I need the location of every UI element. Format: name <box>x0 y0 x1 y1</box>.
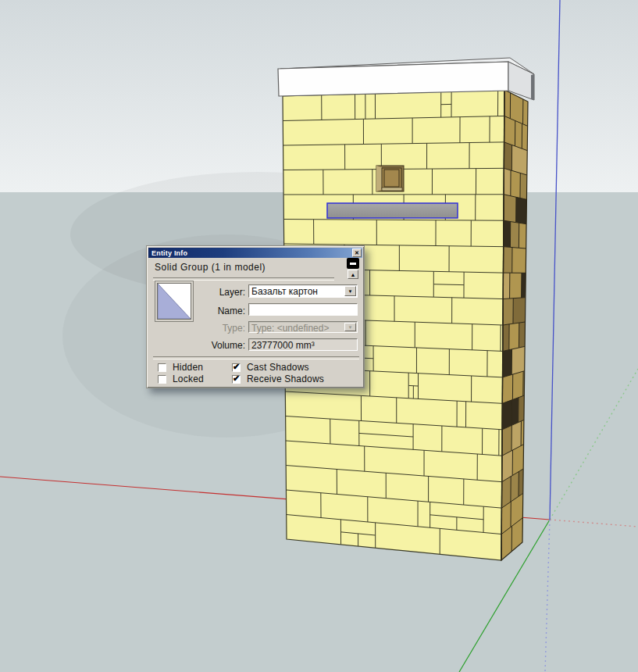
type-dropdown-button: ▼ <box>344 323 356 331</box>
up-arrow-icon: ▲ <box>351 272 356 277</box>
layer-label: Layer: <box>147 287 245 298</box>
entity-summary: Solid Group (1 in model) <box>155 262 266 273</box>
receive-shadows-checkbox[interactable]: ✔ Receive Shadows <box>232 374 324 384</box>
separator <box>153 277 334 280</box>
layer-value: Базальт картон <box>251 286 344 297</box>
dialog-title: Entity Info <box>148 249 187 257</box>
details-toggle[interactable]: ▲ <box>347 258 359 280</box>
volume-value: 23777000 mm³ <box>249 339 357 352</box>
type-dropdown: Type: <undefined> ▼ <box>248 321 358 333</box>
separator <box>153 356 359 359</box>
layer-dropdown-button[interactable]: ▼ <box>344 286 356 296</box>
entity-info-dialog[interactable]: Entity Info ✕ Solid Group (1 in model) ▲… <box>146 245 365 388</box>
type-label: Type: <box>147 323 245 334</box>
rollup-button[interactable]: ▲ <box>348 270 358 279</box>
checkbox-box[interactable] <box>158 363 166 372</box>
chevron-down-icon: ▼ <box>348 289 353 294</box>
type-value: Type: <undefined> <box>251 323 344 334</box>
close-icon: ✕ <box>355 250 359 256</box>
hidden-checkbox[interactable]: Hidden <box>158 362 203 373</box>
checkbox-box[interactable] <box>158 375 166 384</box>
volume-field: 23777000 mm³ <box>248 338 358 351</box>
collapse-details-button[interactable] <box>347 258 359 269</box>
name-input[interactable] <box>249 304 362 315</box>
volume-label: Volume: <box>147 340 245 351</box>
name-label: Name: <box>147 306 245 316</box>
close-button[interactable]: ✕ <box>352 248 362 257</box>
dialog-titlebar[interactable]: Entity Info ✕ <box>148 248 362 258</box>
minus-icon <box>350 263 356 265</box>
cast-shadows-checkbox[interactable]: ✔ Cast Shadows <box>232 362 309 373</box>
sketchup-viewport-area: Entity Info ✕ Solid Group (1 in model) ▲… <box>0 0 638 672</box>
window-opening[interactable] <box>376 166 404 191</box>
checkbox-box[interactable]: ✔ <box>232 375 241 384</box>
checkbox-label: Receive Shadows <box>247 374 324 384</box>
check-icon: ✔ <box>233 362 240 372</box>
checkbox-label: Locked <box>173 374 204 384</box>
checkbox-label: Hidden <box>173 362 203 373</box>
selected-slab-group[interactable] <box>327 203 458 218</box>
layer-dropdown[interactable]: Базальт картон ▼ <box>248 284 358 298</box>
locked-checkbox[interactable]: Locked <box>158 374 204 384</box>
chevron-down-icon: ▼ <box>348 325 353 330</box>
checkbox-label: Cast Shadows <box>247 362 309 373</box>
check-icon: ✔ <box>233 374 240 384</box>
name-field-frame <box>248 303 358 316</box>
checkbox-box[interactable]: ✔ <box>232 363 241 372</box>
